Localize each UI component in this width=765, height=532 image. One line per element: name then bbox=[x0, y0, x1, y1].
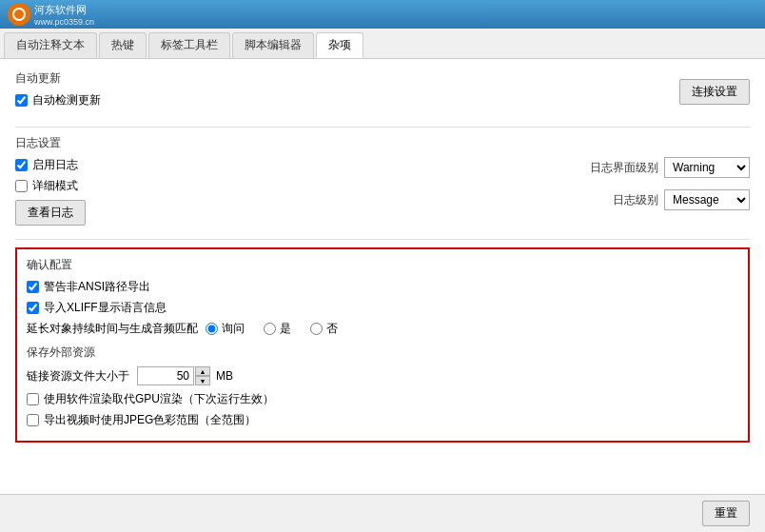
auto-update-section: 自动更新 自动检测更新 连接设置 bbox=[15, 70, 750, 113]
radio-yes: 是 bbox=[264, 321, 291, 337]
export-jpeg-label: 导出视频时使用JPEG色彩范围（全范围） bbox=[44, 412, 256, 428]
logo-icon bbox=[8, 3, 30, 26]
log-ui-level-select[interactable]: Warning Debug Info Error bbox=[664, 157, 750, 178]
software-render-checkbox[interactable] bbox=[27, 393, 39, 405]
site-info: 河东软件网 www.pc0359.cn bbox=[34, 3, 94, 27]
verbose-row: 详细模式 bbox=[15, 178, 590, 194]
log-level-row: 日志级别 Message Debug Info Warning Error bbox=[613, 189, 750, 210]
import-xliff-row: 导入XLIFF显示语言信息 bbox=[27, 300, 738, 316]
link-size-unit: MB bbox=[216, 369, 233, 383]
main-window: 河东软件网 www.pc0359.cn 自动注释文本 热键 标签工具栏 脚本编辑… bbox=[0, 0, 765, 532]
radio-group: 询问 是 否 bbox=[206, 321, 338, 337]
link-size-label: 链接资源文件大小于 bbox=[27, 368, 129, 384]
view-log-button[interactable]: 查看日志 bbox=[15, 200, 86, 226]
log-settings-section: 日志设置 启用日志 详细模式 查看日志 bbox=[15, 135, 750, 226]
radio-no-input[interactable] bbox=[310, 323, 323, 335]
auto-update-heading: 自动更新 bbox=[15, 70, 101, 87]
log-left: 启用日志 详细模式 查看日志 bbox=[15, 157, 590, 226]
import-xliff-checkbox[interactable] bbox=[27, 302, 39, 314]
confirm-config-box: 确认配置 警告非ANSI路径导出 导入XLIFF显示语言信息 延长对象持续时间与… bbox=[15, 247, 750, 443]
radio-no: 否 bbox=[310, 321, 338, 337]
radio-ask-input[interactable] bbox=[206, 323, 218, 335]
content-area: 自动更新 自动检测更新 连接设置 日志设置 启用日志 bbox=[0, 59, 765, 494]
extend-duration-row: 延长对象持续时间与生成音频匹配 询问 是 否 bbox=[27, 321, 738, 337]
log-ui-level-label: 日志界面级别 bbox=[590, 160, 658, 176]
radio-no-label: 否 bbox=[326, 321, 338, 337]
auto-detect-checkbox[interactable] bbox=[15, 94, 28, 107]
title-bar: 河东软件网 www.pc0359.cn bbox=[0, 0, 765, 29]
tab-hotkey[interactable]: 热键 bbox=[99, 32, 147, 58]
radio-yes-input[interactable] bbox=[264, 323, 276, 335]
tab-tag-toolbar[interactable]: 标签工具栏 bbox=[148, 32, 230, 58]
export-jpeg-row: 导出视频时使用JPEG色彩范围（全范围） bbox=[27, 412, 738, 428]
tab-script-editor[interactable]: 脚本编辑器 bbox=[232, 32, 314, 58]
software-render-label: 使用软件渲染取代GPU渲染（下次运行生效） bbox=[44, 391, 274, 407]
software-render-section: 使用软件渲染取代GPU渲染（下次运行生效） 导出视频时使用JPEG色彩范围（全范… bbox=[27, 391, 738, 428]
warn-ansi-checkbox[interactable] bbox=[27, 281, 39, 293]
confirm-config-title: 确认配置 bbox=[27, 257, 738, 273]
number-input-wrapper: ▲ ▼ bbox=[137, 366, 210, 385]
auto-detect-label: 自动检测更新 bbox=[32, 92, 101, 108]
radio-ask-label: 询问 bbox=[222, 321, 245, 337]
verbose-label: 详细模式 bbox=[32, 178, 78, 194]
reset-button[interactable]: 重置 bbox=[702, 501, 750, 526]
warn-ansi-row: 警告非ANSI路径导出 bbox=[27, 279, 738, 295]
link-size-row: 链接资源文件大小于 ▲ ▼ MB bbox=[27, 366, 738, 385]
extend-duration-label: 延长对象持续时间与生成音频匹配 bbox=[27, 321, 198, 337]
save-external-section: 保存外部资源 链接资源文件大小于 ▲ ▼ MB bbox=[27, 345, 738, 385]
enable-log-label: 启用日志 bbox=[32, 157, 78, 173]
divider-1 bbox=[15, 127, 750, 128]
bottom-bar: 重置 bbox=[0, 494, 765, 532]
spin-up[interactable]: ▲ bbox=[195, 366, 210, 376]
tab-misc[interactable]: 杂项 bbox=[316, 32, 363, 58]
site-url: www.pc0359.cn bbox=[34, 17, 94, 27]
software-render-row: 使用软件渲染取代GPU渲染（下次运行生效） bbox=[27, 391, 738, 407]
link-size-input[interactable] bbox=[137, 366, 194, 385]
save-external-title: 保存外部资源 bbox=[27, 345, 738, 361]
logo-inner bbox=[12, 8, 26, 21]
log-level-label: 日志级别 bbox=[613, 192, 658, 208]
spin-down[interactable]: ▼ bbox=[195, 376, 210, 385]
tab-auto-annotate[interactable]: 自动注释文本 bbox=[4, 32, 97, 58]
connect-settings-button[interactable]: 连接设置 bbox=[679, 79, 750, 105]
radio-yes-label: 是 bbox=[280, 321, 291, 337]
enable-log-row: 启用日志 bbox=[15, 157, 590, 173]
verbose-checkbox[interactable] bbox=[15, 180, 28, 192]
auto-update-title: 自动更新 自动检测更新 bbox=[15, 70, 101, 113]
logo-area: 河东软件网 www.pc0359.cn bbox=[8, 3, 94, 27]
radio-ask: 询问 bbox=[206, 321, 245, 337]
warn-ansi-label: 警告非ANSI路径导出 bbox=[44, 279, 150, 295]
view-log-row: 查看日志 bbox=[15, 200, 590, 226]
site-name: 河东软件网 bbox=[34, 3, 94, 17]
export-jpeg-checkbox[interactable] bbox=[27, 414, 39, 426]
log-level-select[interactable]: Message Debug Info Warning Error bbox=[664, 189, 750, 210]
spin-buttons: ▲ ▼ bbox=[195, 366, 210, 385]
log-ui-level-row: 日志界面级别 Warning Debug Info Error bbox=[590, 157, 750, 178]
log-right: 日志界面级别 Warning Debug Info Error 日志级别 Mes… bbox=[590, 157, 750, 216]
log-settings-heading: 日志设置 bbox=[15, 135, 750, 151]
tab-bar: 自动注释文本 热键 标签工具栏 脚本编辑器 杂项 bbox=[0, 29, 765, 59]
import-xliff-label: 导入XLIFF显示语言信息 bbox=[44, 300, 167, 316]
auto-detect-row: 自动检测更新 bbox=[15, 92, 101, 108]
divider-2 bbox=[15, 239, 750, 240]
enable-log-checkbox[interactable] bbox=[15, 159, 28, 171]
